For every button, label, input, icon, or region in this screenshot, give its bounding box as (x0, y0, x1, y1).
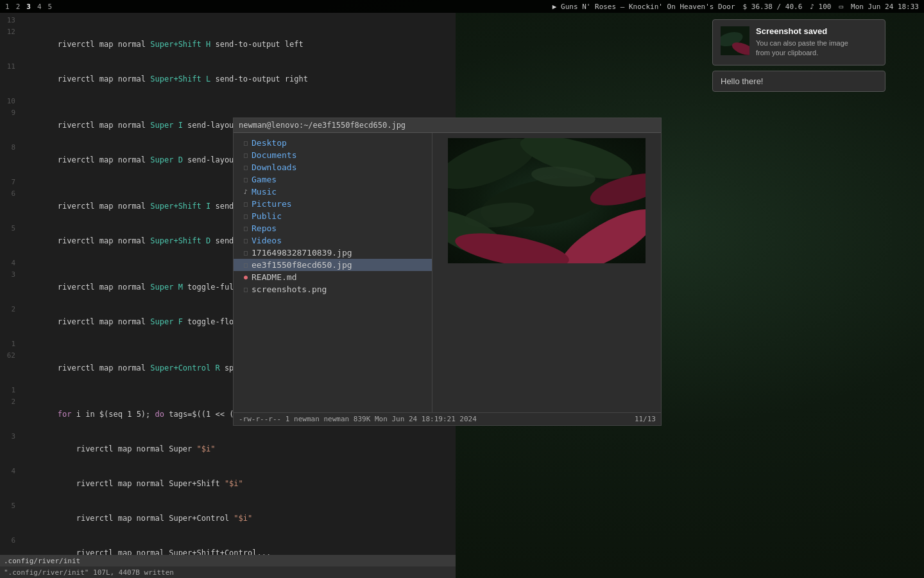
code-line-11: 11 riverctl map normal Super+Shift L sen… (0, 62, 456, 96)
vim-written-label: ".config/river/init" 107L, 4407B written (4, 568, 174, 577)
fm-tree[interactable]: □ Desktop □ Documents □ Downloads □ Game… (234, 133, 432, 412)
dir-icon: □ (244, 213, 248, 220)
fm-item-screenshots[interactable]: □ screenshots.png (234, 283, 432, 295)
notif-body: You can also paste the imagefrom your cl… (756, 39, 877, 58)
fm-statusbar: -rw-r--r-- 1 newman newman 839K Mon Jun … (234, 412, 661, 425)
line-num: 2 (1, 397, 21, 408)
dir-name: Desktop (252, 138, 287, 148)
taskbar: 1 2 3 4 5 ▶ Guns N' Roses – Knockin' On … (0, 0, 924, 13)
display-icon: ▭ (839, 3, 843, 11)
fm-path: newman@lenovo:~/ee3f1550f8ecd650.jpg (239, 121, 406, 130)
fm-item-repos[interactable]: □ Repos (234, 222, 432, 234)
notification-area: Screenshot saved You can also paste the … (712, 19, 886, 92)
line-num: 8 (1, 143, 21, 153)
line-num: 3 (1, 270, 21, 281)
file-icon: □ (244, 261, 248, 268)
fm-preview (432, 133, 661, 412)
dir-name: Pictures (252, 199, 292, 209)
fm-body: □ Desktop □ Documents □ Downloads □ Game… (234, 133, 661, 412)
workspace-tags: 1 2 3 4 5 (5, 3, 52, 11)
line-num: 3 (1, 432, 21, 442)
taskbar-right: ▶ Guns N' Roses – Knockin' On Heaven's D… (552, 3, 919, 11)
line-num: 6 (1, 189, 21, 200)
dir-icon: □ (244, 200, 248, 207)
dir-icon: □ (244, 139, 248, 146)
file-name-selected: ee3f1550f8ecd650.jpg (252, 260, 352, 270)
line-num: 11 (1, 62, 21, 73)
dir-icon: □ (244, 176, 248, 183)
fm-item-readme[interactable]: ● README.md (234, 271, 432, 283)
code-line-3b: 3 riverctl map normal Super "$i" (0, 432, 456, 466)
fm-titlebar: newman@lenovo:~/ee3f1550f8ecd650.jpg (234, 118, 661, 133)
line-num: 4 (1, 466, 21, 477)
file-icon: □ (244, 249, 248, 256)
dir-name: Downloads (252, 162, 296, 172)
fm-item-documents[interactable]: □ Documents (234, 149, 432, 161)
code-line-4b: 4 riverctl map normal Super+Shift "$i" (0, 466, 456, 501)
line-num: 6 (1, 536, 21, 547)
fm-item-videos[interactable]: □ Videos (234, 234, 432, 247)
hello-notification[interactable]: Hello there! (712, 71, 886, 92)
dir-name: Repos (252, 223, 277, 233)
code-line-13: 13 (0, 15, 456, 27)
line-num: 5 (1, 501, 21, 512)
dir-icon: □ (244, 152, 248, 159)
file-name: screenshots.png (252, 285, 327, 294)
dir-icon: □ (244, 164, 248, 171)
dir-name: Videos (252, 236, 282, 245)
tag-3-active[interactable]: 3 (26, 3, 31, 11)
fm-item-desktop[interactable]: □ Desktop (234, 137, 432, 149)
line-num: 9 (1, 108, 21, 119)
fm-item-count: 11/13 (635, 415, 656, 423)
tag-4[interactable]: 4 (37, 3, 42, 11)
code-line-5b: 5 riverctl map normal Super+Control "$i" (0, 501, 456, 536)
fm-item-public[interactable]: □ Public (234, 210, 432, 222)
file-icon: □ (244, 286, 248, 293)
dir-icon: □ (244, 225, 248, 232)
fm-item-pictures[interactable]: □ Pictures (234, 198, 432, 210)
line-num: 7 (1, 177, 21, 188)
music-icon: ♪ (244, 188, 248, 195)
dir-name: Music (252, 187, 277, 197)
fm-item-music[interactable]: ♪ Music (234, 186, 432, 198)
screenshot-notification[interactable]: Screenshot saved You can also paste the … (712, 19, 886, 66)
screenshot-thumbnail (721, 26, 749, 55)
line-num: 62 (1, 351, 21, 362)
line-num: 1 (1, 339, 21, 350)
tag-5[interactable]: 5 (48, 3, 53, 11)
line-num: 10 (1, 96, 21, 107)
dir-name: Public (252, 211, 282, 221)
music-info: ▶ Guns N' Roses – Knockin' On Heaven's D… (552, 3, 735, 11)
line-num: 13 (1, 15, 21, 26)
line-num: 1 (1, 385, 21, 396)
notif-text: Screenshot saved You can also paste the … (756, 26, 877, 58)
datetime: Mon Jun 24 18:33 (851, 3, 919, 11)
tag-2[interactable]: 2 (16, 3, 21, 11)
dir-name: Games (252, 175, 277, 184)
readme-marker: ● (244, 274, 248, 281)
notif-title: Screenshot saved (756, 26, 877, 36)
fm-item-file2-selected[interactable]: □ ee3f1550f8ecd650.jpg (234, 259, 432, 271)
dir-icon: □ (244, 237, 248, 244)
volume-status: ♪ 100 (810, 3, 831, 11)
fm-item-file1[interactable]: □ 1716498328710839.jpg (234, 247, 432, 259)
code-line-10: 10 (0, 96, 456, 108)
dir-name: Documents (252, 150, 296, 160)
preview-image (448, 138, 646, 263)
vim-written-bar: ".config/river/init" 107L, 4407B written (0, 566, 456, 578)
code-line-12: 12 riverctl map normal Super+Shift H sen… (0, 27, 456, 62)
line-num: 12 (1, 27, 21, 38)
line-num: 2 (1, 304, 21, 315)
tag-1[interactable]: 1 (5, 3, 10, 11)
vim-filename-label: .config/river/init (4, 557, 80, 565)
line-num: 4 (1, 258, 21, 269)
file-name: 1716498328710839.jpg (252, 248, 352, 258)
file-manager[interactable]: newman@lenovo:~/ee3f1550f8ecd650.jpg □ D… (233, 118, 662, 426)
battery-status: $ 36.38 / 40.6 (743, 3, 803, 11)
line-num: 5 (1, 223, 21, 234)
file-name: README.md (252, 272, 296, 282)
fm-item-downloads[interactable]: □ Downloads (234, 161, 432, 173)
fm-item-games[interactable]: □ Games (234, 173, 432, 186)
fm-file-info: -rw-r--r-- 1 newman newman 839K Mon Jun … (239, 415, 477, 423)
vim-status-filename: .config/river/init (0, 555, 456, 566)
